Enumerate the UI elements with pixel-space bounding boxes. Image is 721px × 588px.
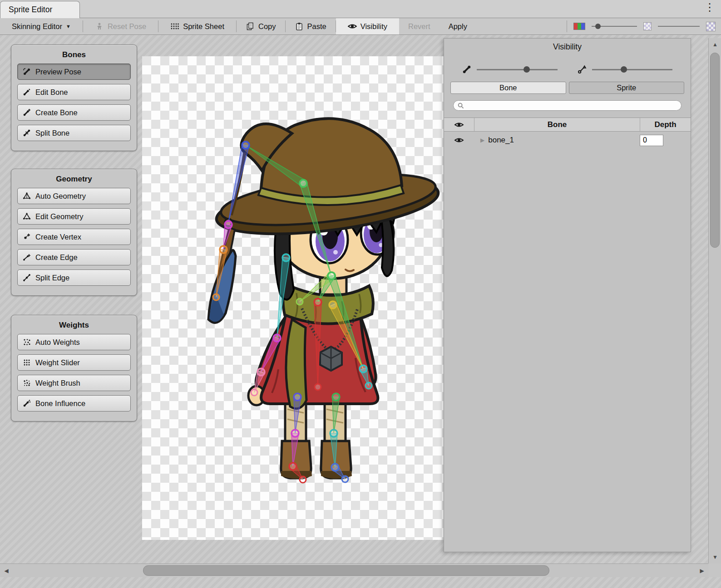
search-icon: [458, 103, 464, 109]
depth-input[interactable]: [640, 135, 663, 146]
person-icon: [95, 22, 104, 30]
bone-icon: [462, 65, 471, 74]
paste-button[interactable]: Paste: [286, 18, 336, 34]
paste-label: Paste: [307, 22, 326, 31]
weights-panel-title: Weights: [17, 321, 131, 330]
table-header: Bone Depth: [444, 118, 691, 132]
edit-bone-button[interactable]: Edit Bone: [17, 84, 131, 100]
auto-geometry-icon: [22, 192, 31, 200]
weight-slider-button[interactable]: Weight Slider: [17, 354, 131, 371]
edit-geometry-icon: [22, 212, 31, 220]
visibility-label: Visibility: [360, 22, 387, 31]
edit-geometry-button[interactable]: Edit Geometry: [17, 208, 131, 225]
table-row[interactable]: ▶ bone_1: [444, 132, 691, 149]
visibility-panel-title: Visibility: [444, 42, 691, 52]
toolbar-right-controls: [567, 18, 721, 34]
vertical-scrollbar[interactable]: ▲ ▼: [708, 38, 721, 564]
revert-button[interactable]: Revert: [399, 18, 440, 34]
create-vertex-icon: [22, 233, 31, 241]
header-eye-icon[interactable]: [444, 122, 474, 128]
preview-pose-icon: [22, 68, 31, 76]
column-header-depth[interactable]: Depth: [640, 118, 691, 131]
apply-button[interactable]: Apply: [440, 18, 476, 34]
alpha-slider[interactable]: [592, 23, 637, 29]
weights-panel: Weights Auto Weights Weight Slider Weigh…: [11, 315, 137, 421]
tab-sprite-editor[interactable]: Sprite Editor: [0, 1, 80, 18]
eye-icon: [348, 22, 357, 30]
bone-opacity-slider[interactable]: [462, 65, 558, 74]
search-box[interactable]: [453, 100, 681, 111]
geometry-panel: Geometry Auto Geometry Edit Geometry Cre…: [11, 169, 137, 296]
zoom-slider[interactable]: [658, 23, 700, 29]
rgb-channels-icon[interactable]: [573, 23, 585, 30]
split-bone-label: Split Bone: [35, 129, 69, 137]
transparency-checker-icon[interactable]: [643, 22, 652, 30]
sprite-opacity-slider[interactable]: [578, 65, 673, 74]
split-bone-button[interactable]: Split Bone: [17, 125, 131, 141]
weight-slider-icon: [22, 358, 31, 367]
auto-weights-button[interactable]: Auto Weights: [17, 334, 131, 350]
sprite-canvas[interactable]: [142, 56, 444, 540]
auto-geometry-button[interactable]: Auto Geometry: [17, 188, 131, 204]
column-header-bone[interactable]: Bone: [474, 118, 640, 131]
scroll-down-icon[interactable]: ▼: [709, 551, 721, 564]
weight-brush-label: Weight Brush: [35, 379, 80, 387]
scroll-right-icon[interactable]: ▶: [696, 564, 708, 577]
scroll-up-icon[interactable]: ▲: [709, 38, 721, 51]
copy-icon: [246, 22, 255, 30]
preview-pose-label: Preview Pose: [35, 68, 81, 76]
weight-brush-button[interactable]: Weight Brush: [17, 375, 131, 391]
horizontal-scrollbar[interactable]: ◀ ▶: [0, 564, 708, 577]
bones-panel-title: Bones: [17, 50, 131, 59]
geometry-panel-title: Geometry: [17, 175, 131, 184]
sprite-sheet-button[interactable]: Sprite Sheet: [158, 18, 236, 34]
create-vertex-label: Create Vertex: [35, 233, 81, 241]
bone-influence-button[interactable]: Bone Influence: [17, 395, 131, 412]
tab-label: Sprite Editor: [9, 5, 52, 15]
revert-label: Revert: [408, 22, 430, 31]
visibility-tabs: Bone Sprite: [450, 82, 684, 94]
weight-brush-icon: [22, 379, 31, 387]
grid-icon: [170, 22, 179, 30]
scrollbar-corner: [708, 564, 721, 577]
copy-button[interactable]: Copy: [237, 18, 285, 34]
chevron-down-icon: ▼: [66, 24, 71, 29]
mode-dropdown[interactable]: Skinning Editor ▼: [0, 18, 83, 34]
vertical-scrollbar-thumb[interactable]: [710, 53, 720, 248]
edit-bone-icon: [22, 88, 31, 96]
apply-label: Apply: [449, 22, 467, 31]
split-edge-label: Split Edge: [35, 274, 69, 282]
bone-influence-label: Bone Influence: [35, 399, 85, 408]
mode-dropdown-label: Skinning Editor: [12, 22, 62, 31]
create-bone-button[interactable]: Create Bone: [17, 104, 131, 121]
create-bone-icon: [22, 108, 31, 117]
tab-sprite[interactable]: Sprite: [569, 82, 685, 94]
create-edge-button[interactable]: Create Edge: [17, 249, 131, 265]
auto-geometry-label: Auto Geometry: [35, 192, 86, 201]
toolbar-separator: [567, 20, 567, 32]
create-edge-label: Create Edge: [35, 253, 78, 262]
scroll-left-icon[interactable]: ◀: [0, 564, 13, 577]
split-edge-button[interactable]: Split Edge: [17, 270, 131, 286]
horizontal-scrollbar-thumb[interactable]: [143, 565, 549, 576]
row-visibility-toggle[interactable]: [444, 137, 474, 143]
create-bone-label: Create Bone: [35, 108, 78, 117]
tab-bone[interactable]: Bone: [450, 82, 566, 94]
visibility-button[interactable]: Visibility: [336, 18, 399, 34]
create-vertex-button[interactable]: Create Vertex: [17, 229, 131, 245]
sprite-bone-icon: [578, 65, 587, 74]
reset-pose-button[interactable]: Reset Pose: [83, 18, 158, 34]
hat: [213, 118, 441, 244]
window-tab-bar: Sprite Editor ⋮: [0, 0, 721, 18]
foldout-triangle-icon[interactable]: ▶: [480, 137, 484, 143]
auto-weights-icon: [22, 338, 31, 346]
preview-pose-button[interactable]: Preview Pose: [17, 64, 131, 80]
visibility-panel: Visibility Bone Sprite Bone Depth: [444, 38, 691, 552]
sprite-sheet-label: Sprite Sheet: [183, 22, 224, 31]
kebab-menu-icon[interactable]: ⋮: [704, 1, 716, 14]
split-bone-icon: [22, 129, 31, 137]
reset-pose-label: Reset Pose: [108, 22, 146, 31]
bone-influence-icon: [22, 399, 31, 407]
search-input[interactable]: [467, 102, 677, 109]
transparency-checker-icon[interactable]: [706, 22, 716, 31]
